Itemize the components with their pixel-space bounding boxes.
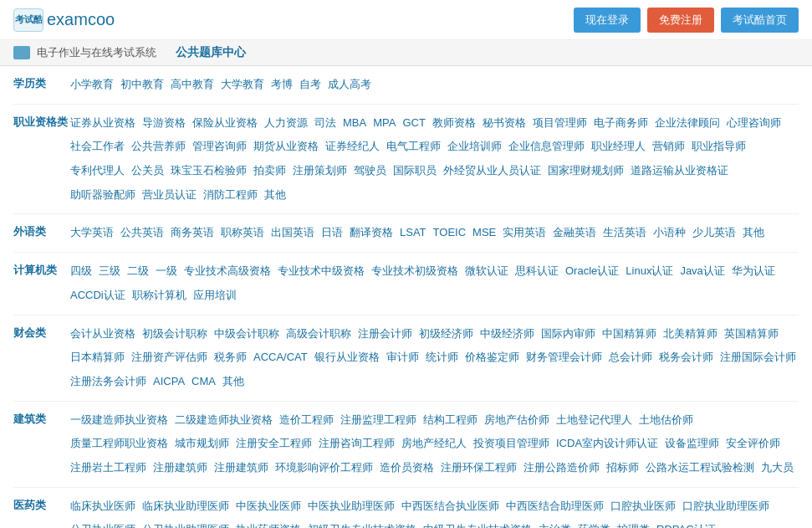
category-item-link[interactable]: 证券从业资格 <box>68 113 138 134</box>
category-item-link[interactable]: MPA <box>370 113 398 134</box>
category-item-link[interactable]: 驾驶员 <box>351 161 389 182</box>
category-item-link[interactable]: 注册环保工程师 <box>438 458 519 479</box>
category-item-link[interactable]: 注册策划师 <box>290 161 350 182</box>
category-item-link[interactable]: 公共英语 <box>118 223 166 243</box>
category-item-link[interactable]: ICDA室内设计师认证 <box>554 433 661 454</box>
category-item-link[interactable]: 小学教育 <box>68 74 116 95</box>
category-item-link[interactable]: 主治类 <box>536 520 574 528</box>
category-item-link[interactable]: 二级建造师执业资格 <box>172 410 275 431</box>
category-item-link[interactable]: 初级会计职称 <box>140 324 210 345</box>
category-item-link[interactable]: 专业技术初级资格 <box>369 261 461 282</box>
category-item-link[interactable]: 中医执业医师 <box>233 496 304 517</box>
category-item-link[interactable]: 人力资源 <box>262 113 310 134</box>
category-item-link[interactable]: 注册会计师 <box>355 324 415 345</box>
category-item-link[interactable]: 价格鉴定师 <box>462 347 522 368</box>
category-item-link[interactable]: 注册咨询工程师 <box>316 433 397 454</box>
category-item-link[interactable]: 中级卫生专业技术资格 <box>421 520 534 528</box>
category-item-link[interactable]: 环境影响评价工程师 <box>273 458 375 479</box>
category-item-link[interactable]: 统计师 <box>423 347 461 368</box>
category-item-link[interactable]: 临床执业助理医师 <box>140 496 232 517</box>
category-item-link[interactable]: 北美精算师 <box>661 324 720 345</box>
category-item-link[interactable]: 思科认证 <box>513 261 561 282</box>
category-item-link[interactable]: 公关员 <box>129 161 166 182</box>
category-item-link[interactable]: 土地估价师 <box>636 410 696 431</box>
category-item-link[interactable]: 企业信息管理师 <box>506 136 587 157</box>
category-item-link[interactable]: CMA <box>189 372 218 392</box>
category-item-link[interactable]: 四级 <box>68 261 94 282</box>
category-item-link[interactable]: 注册国际会计师 <box>718 347 799 368</box>
category-item-link[interactable]: 小语种 <box>651 223 688 243</box>
category-item-link[interactable]: MSE <box>470 223 498 243</box>
category-item-link[interactable]: 外经贸从业人员认证 <box>441 161 544 182</box>
category-item-link[interactable]: 执业药师资格 <box>233 520 304 528</box>
category-item-link[interactable]: 中西医结合执业医师 <box>399 496 502 517</box>
category-item-link[interactable]: Java认证 <box>677 261 727 282</box>
category-item-link[interactable]: 成人高考 <box>325 74 374 95</box>
category-item-link[interactable]: 注册建筑师 <box>151 458 210 479</box>
login-button[interactable]: 现在登录 <box>574 8 641 33</box>
category-item-link[interactable]: 九大员 <box>758 458 796 479</box>
category-item-link[interactable]: 质量工程师职业资格 <box>68 433 171 454</box>
category-item-link[interactable]: 总会计师 <box>606 347 655 368</box>
category-item-link[interactable]: 应用培训 <box>191 285 239 306</box>
category-item-link[interactable]: 职业指导师 <box>689 136 748 157</box>
category-item-link[interactable]: RDPAC认证 <box>654 520 718 528</box>
category-item-link[interactable]: 社会工作者 <box>68 136 127 157</box>
category-item-link[interactable]: 税务会计师 <box>656 347 716 368</box>
category-item-link[interactable]: 专业技术中级资格 <box>275 261 367 282</box>
category-item-link[interactable]: 初级卫生专业技术资格 <box>305 520 419 528</box>
category-item-link[interactable]: 审计师 <box>384 347 421 368</box>
category-item-link[interactable]: 结构工程师 <box>421 410 480 431</box>
category-item-link[interactable]: 国际内审师 <box>539 324 598 345</box>
category-item-link[interactable]: 一级 <box>153 261 180 282</box>
category-item-link[interactable]: 项目管理师 <box>530 113 590 134</box>
category-item-link[interactable]: AICPA <box>151 372 187 392</box>
category-item-link[interactable]: 设备监理师 <box>662 433 722 454</box>
category-item-link[interactable]: 会计从业资格 <box>68 324 138 345</box>
category-item-link[interactable]: 注册安全工程师 <box>233 433 314 454</box>
home-button[interactable]: 考试酷首页 <box>721 8 799 33</box>
category-item-link[interactable]: 其他 <box>262 185 289 206</box>
category-item-link[interactable]: 职称计算机 <box>130 285 189 306</box>
category-item-link[interactable]: 其他 <box>220 372 247 392</box>
category-item-link[interactable]: 营业员认证 <box>140 185 199 206</box>
register-button[interactable]: 免费注册 <box>647 8 714 33</box>
category-item-link[interactable]: 大学英语 <box>68 223 116 243</box>
category-item-link[interactable]: TOEIC <box>431 223 469 243</box>
category-item-link[interactable]: 注册公路造价师 <box>521 458 602 479</box>
category-item-link[interactable]: 少儿英语 <box>690 223 738 243</box>
category-item-link[interactable]: 教师资格 <box>430 113 478 134</box>
category-item-link[interactable]: 注册资产评估师 <box>129 347 210 368</box>
category-item-link[interactable]: 翻译资格 <box>347 223 396 243</box>
category-item-link[interactable]: 投资项目管理师 <box>471 433 552 454</box>
category-item-link[interactable]: 中级会计职称 <box>212 324 282 345</box>
category-item-link[interactable]: 临床执业医师 <box>68 496 138 517</box>
category-item-link[interactable]: 口腔执业助理医师 <box>680 496 772 517</box>
category-item-link[interactable]: 国际职员 <box>391 161 439 182</box>
category-item-link[interactable]: 助听器验配师 <box>68 185 138 206</box>
category-item-link[interactable]: 注册法务会计师 <box>68 372 149 392</box>
category-item-link[interactable]: 微软认证 <box>462 261 511 282</box>
category-item-link[interactable]: 注册岩土工程师 <box>68 458 149 479</box>
category-item-link[interactable]: Linux认证 <box>623 261 676 282</box>
category-item-link[interactable]: 房地产估价师 <box>482 410 552 431</box>
category-item-link[interactable]: Oracle认证 <box>563 261 621 282</box>
category-item-link[interactable]: 管理咨询师 <box>190 136 249 157</box>
category-item-link[interactable]: 消防工程师 <box>201 185 260 206</box>
category-item-link[interactable]: 司法 <box>312 113 339 134</box>
category-item-link[interactable]: 造价工程师 <box>277 410 336 431</box>
category-item-link[interactable]: 高中教育 <box>168 74 217 95</box>
category-item-link[interactable]: 拍卖师 <box>251 161 289 182</box>
category-item-link[interactable]: 英国精算师 <box>722 324 781 345</box>
category-item-link[interactable]: 公路水运工程试验检测 <box>643 458 757 479</box>
category-item-link[interactable]: 证券经纪人 <box>323 136 382 157</box>
category-item-link[interactable]: 二级 <box>125 261 151 282</box>
category-item-link[interactable]: 导游资格 <box>140 113 188 134</box>
category-item-link[interactable]: 大学教育 <box>218 74 267 95</box>
category-item-link[interactable]: 注册建筑师 <box>212 458 271 479</box>
category-item-link[interactable]: 生活英语 <box>600 223 649 243</box>
category-item-link[interactable]: 护理类 <box>615 520 652 528</box>
category-item-link[interactable]: ACCA/CAT <box>251 347 310 368</box>
category-item-link[interactable]: 房地产经纪人 <box>399 433 469 454</box>
category-item-link[interactable]: 专利代理人 <box>68 161 127 182</box>
